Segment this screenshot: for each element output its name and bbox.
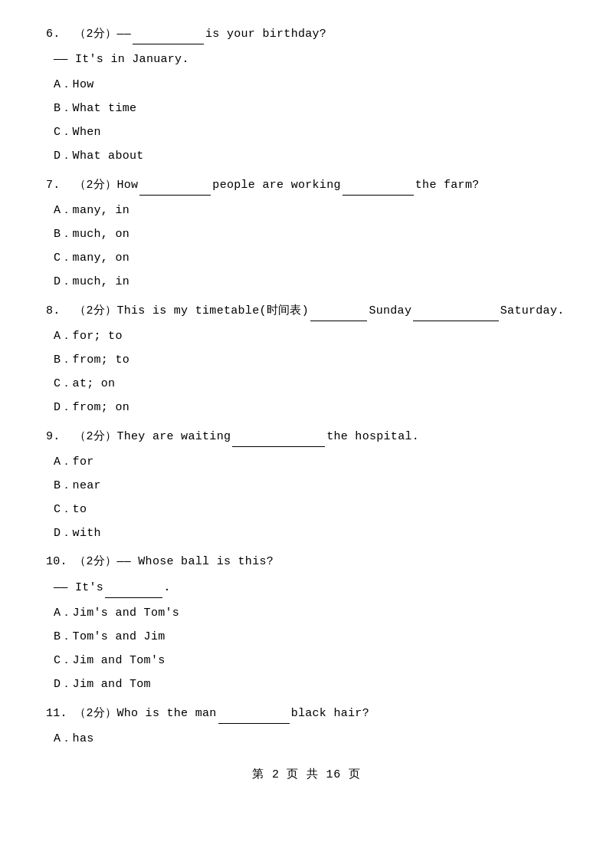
blank-6 (133, 23, 204, 44)
option-10-b: B．Tom's and Jim (46, 626, 567, 647)
blank-11 (218, 702, 290, 724)
blank-9 (232, 426, 325, 447)
question-7-text: 7. （2分）How people are working the farm? (46, 174, 567, 196)
option-6-d: D．What about (46, 146, 567, 166)
question-7: 7. （2分）How people are working the farm? … (46, 174, 567, 292)
question-6-answer: —— It's in January. (46, 49, 567, 70)
option-7-a: A．many, in (46, 200, 567, 221)
question-10-text: 10. （2分）—— Whose ball is this? (46, 551, 567, 572)
option-7-b: B．much, on (46, 224, 567, 245)
question-11-text: 11. （2分）Who is the man black hair? (46, 702, 567, 724)
option-9-d: D．with (46, 523, 567, 544)
page-footer: 第 2 页 共 16 页 (46, 764, 567, 785)
blank-10 (105, 577, 162, 598)
option-6-c: C．When (46, 122, 567, 143)
option-7-c: C．many, on (46, 248, 567, 268)
option-9-a: A．for (46, 452, 567, 472)
option-9-b: B．near (46, 475, 567, 496)
option-8-c: C．at; on (46, 373, 567, 394)
question-9-text: 9. （2分）They are waiting the hospital. (46, 426, 567, 447)
option-6-a: A．How (46, 74, 567, 95)
question-10-answer: —— It's . (46, 577, 567, 598)
question-6-text: 6. （2分）—— is your birthday? (46, 23, 567, 44)
question-11: 11. （2分）Who is the man black hair? A．has (46, 702, 567, 749)
page-number: 第 2 页 共 16 页 (252, 768, 360, 781)
option-10-a: A．Jim's and Tom's (46, 603, 567, 623)
option-6-b: B．What time (46, 98, 567, 119)
option-10-c: C．Jim and Tom's (46, 650, 567, 671)
blank-7a (139, 174, 211, 196)
question-8: 8. （2分）This is my timetable(时间表) Sunday … (46, 300, 567, 418)
option-7-d: D．much, in (46, 271, 567, 292)
option-8-d: D．from; on (46, 397, 567, 418)
question-6: 6. （2分）—— is your birthday? —— It's in J… (46, 23, 567, 166)
blank-7b (343, 174, 414, 196)
question-10: 10. （2分）—— Whose ball is this? —— It's .… (46, 551, 567, 695)
option-8-a: A．for; to (46, 326, 567, 347)
question-9: 9. （2分）They are waiting the hospital. A．… (46, 426, 567, 544)
option-9-c: C．to (46, 499, 567, 520)
option-8-b: B．from; to (46, 350, 567, 370)
option-10-d: D．Jim and Tom (46, 674, 567, 695)
blank-8a (310, 300, 367, 321)
option-11-a: A．has (46, 728, 567, 749)
question-8-text: 8. （2分）This is my timetable(时间表) Sunday … (46, 300, 567, 321)
blank-8b (413, 300, 499, 321)
